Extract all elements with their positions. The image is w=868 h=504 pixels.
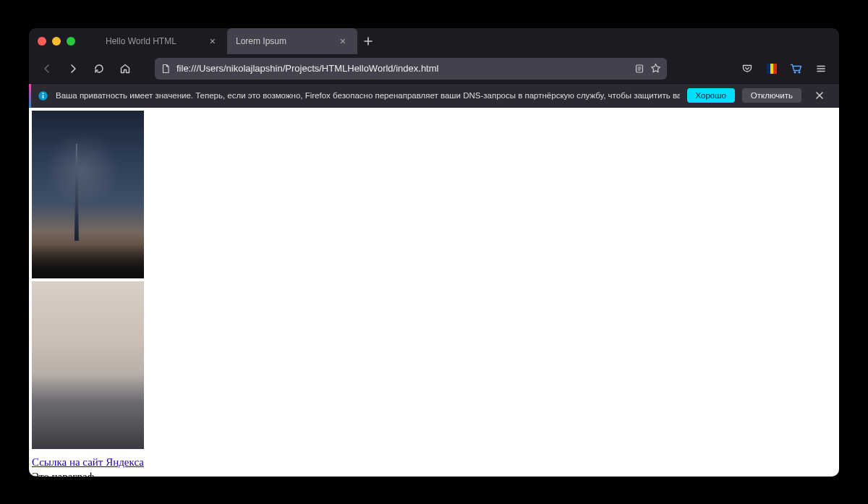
close-icon [814,90,825,101]
extension-flag[interactable] [761,58,783,80]
tab-label: Hello World HTML [106,36,176,46]
tab-hello-world[interactable]: Hello World HTML × [97,28,227,54]
page-paragraph: Это параграф [32,471,94,477]
minimize-traffic-icon[interactable] [52,37,61,46]
plus-icon [363,36,373,46]
browser-window: Hello World HTML × Lorem Ipsum × [29,28,839,477]
tabstrip: Hello World HTML × Lorem Ipsum × [97,28,379,54]
page-content: Ссылка на сайт Яндекса Это параграф [29,108,839,477]
close-traffic-icon[interactable] [38,37,46,46]
arrow-left-icon [41,63,53,74]
close-icon[interactable]: × [207,34,218,48]
window-controls [38,37,75,46]
bookmark-star-icon[interactable] [650,63,661,74]
svg-point-2 [799,71,800,72]
tab-label: Lorem Ipsum [236,36,286,46]
cart-icon [790,63,803,74]
maximize-traffic-icon[interactable] [67,37,75,46]
new-tab-button[interactable] [357,28,379,54]
pocket-button[interactable] [736,58,758,80]
page-image-foggy-sea [32,281,144,449]
dns-privacy-notification: Ваша приватность имеет значение. Теперь,… [29,83,839,108]
app-menu-button[interactable] [810,58,832,80]
nav-toolbar: file:///Users/nikolajlapshin/Projects/HT… [29,54,839,83]
hamburger-icon [815,63,827,74]
url-text: file:///Users/nikolajlapshin/Projects/HT… [176,63,629,74]
extension-cart[interactable] [786,58,807,80]
url-bar[interactable]: file:///Users/nikolajlapshin/Projects/HT… [155,58,667,80]
reader-mode-icon[interactable] [634,64,644,74]
titlebar: Hello World HTML × Lorem Ipsum × [29,28,839,54]
dismiss-notification[interactable] [809,85,830,106]
svg-point-5 [43,93,44,94]
back-button[interactable] [36,58,58,80]
file-icon [161,64,171,74]
accept-button[interactable]: Хорошо [687,88,735,103]
svg-point-1 [794,71,796,72]
home-button[interactable] [114,58,136,80]
info-icon [38,90,48,101]
home-icon [119,63,131,74]
flag-icon [767,64,777,74]
yandex-link[interactable]: Ссылка на сайт Яндекса [32,456,144,469]
disable-button[interactable]: Отключить [742,88,801,103]
reload-icon [93,63,105,74]
notification-text: Ваша приватность имеет значение. Теперь,… [56,91,680,100]
arrow-right-icon [67,63,79,74]
toolbar-right [736,58,832,80]
forward-button[interactable] [62,58,84,80]
close-icon[interactable]: × [337,34,349,48]
pocket-icon [741,63,753,74]
svg-rect-4 [43,95,44,98]
tab-lorem-ipsum[interactable]: Lorem Ipsum × [227,28,357,54]
reload-button[interactable] [88,58,110,80]
page-image-skyscraper [32,111,144,278]
